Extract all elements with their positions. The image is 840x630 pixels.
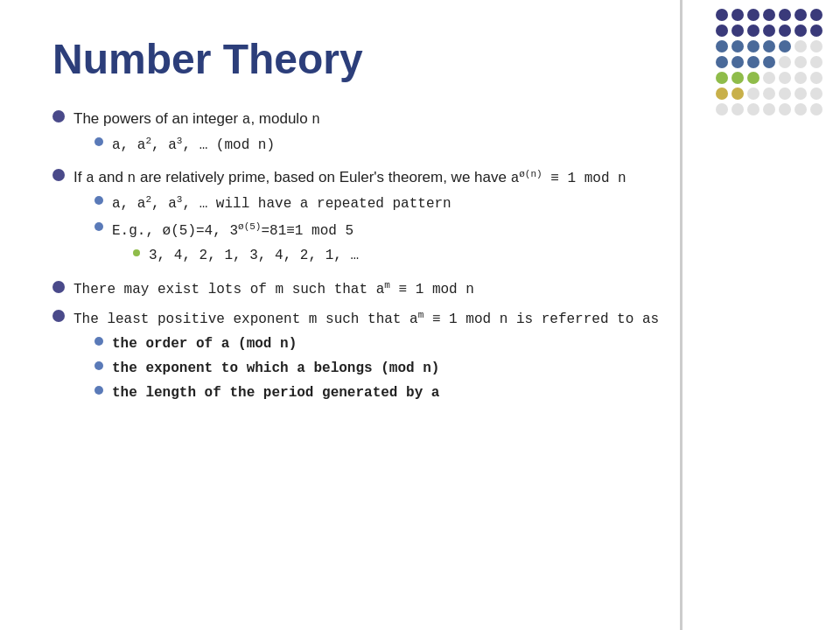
decorative-dot [747,56,760,68]
decorative-dot [716,88,728,100]
decorative-dot [732,72,744,84]
li-content: a, a2, a3, … will have a repeated patter… [112,192,788,214]
bullet-icon [52,169,65,181]
decorative-dot [810,9,822,21]
decorative-dot [747,103,760,116]
decorative-dot [732,88,744,100]
code-n: n [312,112,320,128]
decorative-dot [794,88,807,100]
decorative-dot [763,40,775,52]
decorative-dot [810,56,822,68]
list-item: If a and n are relatively prime, based o… [52,166,788,270]
code-a: a [242,112,251,128]
period-text: the length of the period generated by a [112,385,439,401]
decorative-dot [716,72,728,84]
main-list: The powers of an integer a, modulo n a, … [52,108,788,407]
bullet-icon [52,310,65,322]
bullet-icon [94,196,103,205]
sub-list-3: 3, 4, 2, 1, 3, 4, 2, 1, … [133,245,788,266]
bullet-icon [94,137,103,146]
decorative-dot [779,72,791,84]
list-item: 3, 4, 2, 1, 3, 4, 2, 1, … [133,245,788,266]
least-positive-text: The least positive exponent m such that … [74,312,659,327]
decorative-dot [763,56,775,68]
code-n2: n [128,171,136,186]
list-item: the length of the period generated by a [94,382,788,403]
decorative-dot [810,24,822,37]
decorative-dot [779,24,791,37]
list-item: The powers of an integer a, modulo n a, … [52,108,788,159]
decorative-dot [779,40,791,52]
decorative-dot [716,24,728,37]
sub-list-2: a, a2, a3, … will have a repeated patter… [94,192,788,267]
bullet-icon [94,337,103,346]
decorative-dot [747,9,760,21]
bullet-icon [52,281,65,293]
decorative-dot [794,9,807,21]
decorative-dot [716,9,728,21]
li-content: 3, 4, 2, 1, 3, 4, 2, 1, … [149,245,788,266]
list-item: E.g., ø(5)=4, 3ø(5)=81≡1 mod 5 3, 4, 2, … [94,219,788,268]
decorative-dots [716,9,822,116]
slide: Number Theory The powers of an integer a… [0,0,840,630]
bullet-icon [94,386,103,395]
bullet-icon [94,222,103,231]
decorative-dot [763,9,775,21]
decorative-dot [779,56,791,68]
decorative-dot [747,24,760,37]
decorative-dot [716,40,728,52]
decorative-dot [732,9,744,21]
order-text: the order of a (mod n) [112,336,297,352]
decorative-dot [810,88,822,100]
code-a2: a [86,171,94,186]
decorative-dot [794,24,807,37]
decorative-dot [763,88,775,100]
bullet-icon [94,361,103,370]
decorative-dot [747,40,760,52]
list-item: the exponent to which a belongs (mod n) [94,358,788,379]
decorative-dot [763,72,775,84]
decorative-dot [716,103,728,116]
decorative-dot [763,24,775,37]
decorative-dot [716,56,728,68]
list-item: a, a2, a3, … (mod n) [94,134,788,156]
decorative-dot [779,103,791,116]
decorative-dot [794,40,807,52]
divider-line [680,0,682,630]
decorative-dot [732,40,744,52]
slide-content: The powers of an integer a, modulo n a, … [52,108,788,407]
decorative-dot [810,103,822,116]
decorative-dot [747,88,760,100]
eg-text: E.g., ø(5)=4, 3ø(5)=81≡1 mod 5 [112,223,354,239]
slide-title: Number Theory [52,35,788,83]
decorative-dot [747,72,760,84]
decorative-dot [779,88,791,100]
exponent-text: the exponent to which a belongs (mod n) [112,360,439,376]
li-content: the order of a (mod n) [112,333,788,354]
decorative-dot [794,56,807,68]
decorative-dot [732,103,744,116]
decorative-dot [763,103,775,116]
decorative-dot [779,9,791,21]
euler-formula: aø(n) ≡ 1 mod n [511,171,626,186]
li-content: a, a2, a3, … (mod n) [112,134,788,156]
list-item: a, a2, a3, … will have a repeated patter… [94,192,788,214]
decorative-dot [732,56,744,68]
bullet-icon [52,110,65,122]
decorative-dot [794,72,807,84]
decorative-dot [794,103,807,116]
list-item: the order of a (mod n) [94,333,788,354]
list-item: The least positive exponent m such that … [52,307,788,407]
bullet-icon [133,249,140,256]
sub-list: a, a2, a3, … (mod n) [94,134,788,156]
decorative-dot [810,72,822,84]
sub-list-4: the order of a (mod n) the exponent to w… [94,333,788,403]
li-content: E.g., ø(5)=4, 3ø(5)=81≡1 mod 5 3, 4, 2, … [112,219,788,268]
decorative-dot [810,40,822,52]
decorative-dot [732,24,744,37]
li-content: the exponent to which a belongs (mod n) [112,358,788,379]
list-item: There may exist lots of m such that am ≡… [52,278,788,300]
li-content: the length of the period generated by a [112,382,788,403]
